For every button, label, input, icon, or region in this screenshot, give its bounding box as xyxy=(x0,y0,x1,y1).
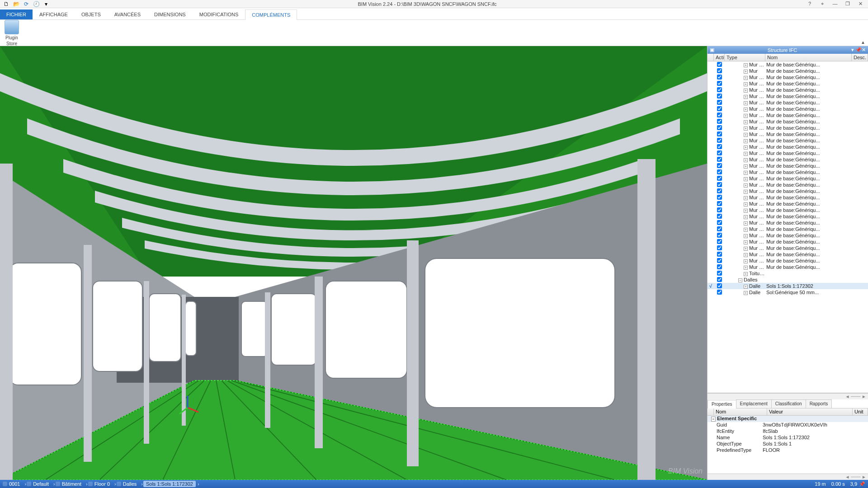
tree-checkbox[interactable] xyxy=(717,226,722,231)
collapse-icon[interactable]: − xyxy=(711,417,716,422)
status-doc[interactable]: 0001 xyxy=(3,481,20,487)
tree-row[interactable]: +Mur sta...Mur de base:Génériqu... xyxy=(708,112,868,118)
prop-row[interactable]: PredefinedTypeFLOOR xyxy=(708,447,868,454)
expand-icon[interactable]: + xyxy=(744,101,748,105)
tree-hscroll[interactable]: ◄ ─── ► xyxy=(708,393,868,399)
prop-expand-col[interactable] xyxy=(708,408,714,415)
tree-checkbox[interactable] xyxy=(717,106,722,111)
tree-row[interactable]: +Mur sta...Mur de base:Génériqu... xyxy=(708,207,868,213)
expand-icon[interactable]: + xyxy=(744,145,748,150)
ribbon-tab-compléments[interactable]: COMPLÉMENTS xyxy=(245,9,297,20)
ribbon-tab-affichage[interactable]: AFFICHAGE xyxy=(33,9,75,19)
col-expand[interactable] xyxy=(708,54,714,61)
close-icon[interactable]: ✕ xyxy=(857,1,863,7)
tree-row[interactable]: +Mur sta...Mur de base:Génériqu... xyxy=(708,194,868,201)
prop-col-unit[interactable]: Unit xyxy=(853,408,868,415)
tree-row[interactable]: +Mur sta...Mur de base:Génériqu... xyxy=(708,245,868,251)
expand-icon[interactable]: + xyxy=(744,177,748,181)
expand-icon[interactable]: + xyxy=(744,82,748,86)
ribbon-tab-avancées[interactable]: AVANCÉES xyxy=(108,9,147,19)
tree-checkbox[interactable] xyxy=(717,62,722,67)
ribbon-collapse-icon[interactable]: ▲ xyxy=(861,40,865,45)
tree-checkbox[interactable] xyxy=(717,233,722,238)
tree-checkbox[interactable] xyxy=(717,258,722,263)
tree-checkbox[interactable] xyxy=(717,220,722,225)
tree-row[interactable]: +Mur sta...Mur de base:Génériqu... xyxy=(708,125,868,131)
tree-row[interactable]: +Mur sta...Mur de base:Génériqu... xyxy=(708,144,868,150)
expand-icon[interactable]: + xyxy=(744,183,748,188)
expand-icon[interactable]: + xyxy=(744,164,748,169)
properties-body[interactable]: −Element SpecificGuid3nwO8sTdjFlRWOXUK0e… xyxy=(708,416,868,474)
status-crumb[interactable]: Floor 0 xyxy=(88,481,110,487)
tree-row[interactable]: +Mur sta...Mur de base:Génériqu... xyxy=(708,87,868,93)
history-icon[interactable]: 🕘 xyxy=(33,0,40,8)
tree-checkbox[interactable] xyxy=(717,138,722,143)
tree-checkbox[interactable] xyxy=(717,195,722,200)
tree-row[interactable]: +Mur sta...Mur de base:Génériqu... xyxy=(708,131,868,137)
panel-gear-icon[interactable]: ▣ xyxy=(709,47,715,53)
prop-col-value[interactable]: Valeur xyxy=(767,408,853,415)
expand-icon[interactable]: + xyxy=(744,202,748,206)
plugin-store-button[interactable]: Plugin Store xyxy=(5,20,19,46)
properties-tab-properties[interactable]: Properties xyxy=(708,400,736,408)
tree-row[interactable]: +Mur sta...Mur de base:Génériqu... xyxy=(708,188,868,194)
prop-row[interactable]: ObjectTypeSols 1:Sols 1 xyxy=(708,441,868,447)
tree-row[interactable]: +Mur sta...Mur de base:Génériqu... xyxy=(708,232,868,239)
refresh-icon[interactable]: ⟳ xyxy=(23,0,30,8)
tree-checkbox[interactable] xyxy=(717,283,722,288)
status-crumb[interactable]: Default xyxy=(27,481,49,487)
tree-row[interactable]: +Mur sta...Mur de base:Génériqu... xyxy=(708,137,868,144)
tree-checkbox[interactable] xyxy=(717,119,722,124)
tree-row[interactable]: +Mur sta...Mur de base:Génériqu... xyxy=(708,156,868,163)
tree-checkbox[interactable] xyxy=(717,68,722,73)
properties-tab-rapports[interactable]: Rapports xyxy=(806,399,832,408)
tree-checkbox[interactable] xyxy=(717,144,722,149)
expand-icon[interactable]: + xyxy=(744,196,748,200)
tree-checkbox[interactable] xyxy=(717,157,722,162)
tree-checkbox[interactable] xyxy=(717,169,722,174)
expand-icon[interactable]: + xyxy=(744,127,748,131)
expand-icon[interactable]: + xyxy=(744,253,748,257)
tree-row[interactable]: +Mur sta...Mur de base:Génériqu... xyxy=(708,169,868,175)
open-icon[interactable]: 📂 xyxy=(13,0,20,8)
structure-tree[interactable]: Actif Type Nom Desc. +Mur sta...Mur de b… xyxy=(708,54,868,393)
new-doc-icon[interactable]: 🗋 xyxy=(3,0,10,8)
tree-checkbox[interactable] xyxy=(717,131,722,136)
expand-icon[interactable]: + xyxy=(744,120,748,124)
col-type[interactable]: Type xyxy=(725,54,765,61)
tree-row[interactable]: +Mur sta...Mur de base:Génériqu... xyxy=(708,226,868,232)
expand-icon[interactable]: + xyxy=(744,89,748,93)
expand-icon[interactable]: + xyxy=(744,259,748,263)
tree-checkbox[interactable] xyxy=(717,201,722,206)
expand-icon[interactable]: + xyxy=(744,70,748,74)
prop-row[interactable]: Guid3nwO8sTdjFlRWOXUK0eVIh xyxy=(708,422,868,428)
tree-header[interactable]: Actif Type Nom Desc. xyxy=(708,54,868,61)
tree-row[interactable]: +Toitures/ ... xyxy=(708,270,868,277)
expand-icon[interactable]: + xyxy=(744,114,748,118)
tree-row[interactable]: +Mur sta...Mur de base:Génériqu... xyxy=(708,201,868,207)
status-selection[interactable]: Sols 1:Sols 1:172302 xyxy=(143,481,196,487)
status-crumb[interactable]: Dalles xyxy=(117,481,137,487)
target-icon[interactable]: ⌖ xyxy=(819,1,826,7)
tree-checkbox[interactable] xyxy=(717,188,722,193)
viewport-3d[interactable]: BIM Vision xyxy=(0,46,707,480)
tree-row[interactable]: +Mur sta...Mur de base:Génériqu... xyxy=(708,251,868,258)
properties-header[interactable]: Nom Valeur Unit xyxy=(708,408,868,416)
tree-row[interactable]: +Mur sta...Mur de base:Génériqu... xyxy=(708,99,868,106)
expand-icon[interactable]: + xyxy=(744,234,748,238)
tree-checkbox[interactable] xyxy=(717,277,722,282)
tree-checkbox[interactable] xyxy=(717,264,722,269)
expand-icon[interactable]: + xyxy=(744,133,748,137)
properties-tab-emplacement[interactable]: Emplacement xyxy=(736,399,772,408)
panel-dropdown-icon[interactable]: ▾ xyxy=(850,47,855,53)
panel-close-icon[interactable]: ✕ xyxy=(861,47,866,53)
expand-icon[interactable]: + xyxy=(744,247,748,251)
tree-row[interactable]: +Mur sta...Mur de base:Génériqu... xyxy=(708,182,868,188)
tree-row[interactable]: +Mur sta...Mur de base:Génériqu... xyxy=(708,106,868,112)
col-nom[interactable]: Nom xyxy=(765,54,852,61)
tree-checkbox[interactable] xyxy=(717,94,722,99)
tree-checkbox[interactable] xyxy=(717,125,722,130)
tree-row[interactable]: +Mur sta...Mur de base:Génériqu... xyxy=(708,264,868,270)
structure-panel-header[interactable]: ▣ Structure IFC ▾ 📌 ✕ xyxy=(708,46,868,54)
tree-checkbox[interactable] xyxy=(717,75,722,80)
